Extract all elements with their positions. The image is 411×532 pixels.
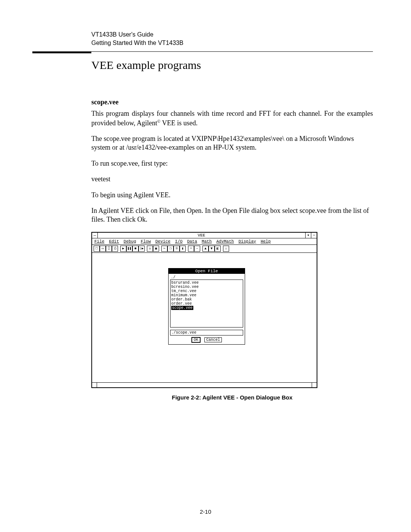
pause-icon[interactable]: ❚❚ xyxy=(126,246,132,252)
heading-rule-thin xyxy=(91,51,373,52)
step-icon[interactable]: ❘▶ xyxy=(139,246,145,252)
toolbar-icon-a[interactable]: ◇ xyxy=(147,246,153,252)
list-item[interactable]: minimum.vee xyxy=(171,293,242,297)
open-file-dialog: Open File ./ bsrurand.vee bcresino.vee t… xyxy=(168,268,245,345)
list-item[interactable]: order.vee xyxy=(171,302,242,306)
header-line1: VT1433B User's Guide xyxy=(91,30,373,39)
paste-icon[interactable]: ⎘ xyxy=(174,246,180,252)
menu-device[interactable]: Device xyxy=(155,239,170,244)
scroll-right-icon[interactable] xyxy=(312,383,317,387)
maximize-button[interactable]: ▫ xyxy=(311,233,317,238)
open-file-path: ./ xyxy=(170,275,243,280)
page-header: VT1433B User's Guide Getting Started Wit… xyxy=(91,30,373,47)
run-icon[interactable]: ▶ xyxy=(120,246,126,252)
menu-io[interactable]: I/O xyxy=(175,239,183,244)
scroll-left-icon[interactable] xyxy=(92,383,97,387)
toolbar-icon-b[interactable]: ▣ xyxy=(153,246,159,252)
paragraph-2: The scope.vee program is located at VXIP… xyxy=(91,134,373,152)
status-bar xyxy=(92,382,317,387)
zoom-in-icon[interactable]: + xyxy=(188,246,194,252)
filename-input[interactable]: ./scope.vee xyxy=(170,330,243,335)
system-menu-icon[interactable]: — xyxy=(92,233,98,238)
stop-icon[interactable]: ■ xyxy=(132,246,139,252)
toolbar-icon-e[interactable]: ▼ xyxy=(209,246,215,252)
print-icon[interactable]: ⎙ xyxy=(112,246,118,252)
minimize-button[interactable]: ▾ xyxy=(305,233,311,238)
save-icon[interactable]: ⌷ xyxy=(106,246,112,252)
client-area: Open File ./ bsrurand.vee bcresino.vee t… xyxy=(92,253,317,382)
vee-window: — VEE ▾ ▫ File Edit Debug Flow Device I/… xyxy=(91,232,317,388)
section-title: VEE example programs xyxy=(91,59,373,72)
menu-debug[interactable]: Debug xyxy=(124,239,136,244)
zoom-out-icon[interactable]: − xyxy=(194,246,200,252)
menu-bar: File Edit Debug Flow Device I/O Data Mat… xyxy=(92,238,317,245)
menu-file[interactable]: File xyxy=(94,239,104,244)
paragraph-1: This program displays four channels with… xyxy=(91,109,373,128)
copy-icon[interactable]: ❐ xyxy=(167,246,174,252)
vee-titlebar: — VEE ▾ ▫ xyxy=(92,233,317,238)
list-item[interactable]: bsrurand.vee xyxy=(171,281,242,285)
toolbar: □ ▭ ⌷ ⎙ ▶ ❚❚ ■ ❘▶ ◇ ▣ ✂ ❐ ⎘ ▮ + xyxy=(92,245,317,253)
list-item-selected[interactable]: scope.vee xyxy=(171,306,242,310)
toolbar-icon-f[interactable]: ◧ xyxy=(215,246,221,252)
menu-flow[interactable]: Flow xyxy=(141,239,151,244)
paragraph-6: In Agilent VEE click on File, then Open.… xyxy=(91,206,373,224)
toolbar-icon-d[interactable]: ▲ xyxy=(202,246,209,252)
cut-icon[interactable]: ✂ xyxy=(161,246,167,252)
list-item[interactable]: order.bak xyxy=(171,297,242,302)
subheading-scope-vee: scope.vee xyxy=(91,98,373,106)
paragraph-5: To begin using Agilent VEE. xyxy=(91,191,373,200)
open-icon[interactable]: ▭ xyxy=(100,246,106,252)
list-item[interactable]: tm_renc.vee xyxy=(171,289,242,293)
home-icon[interactable]: ⌂ xyxy=(223,246,229,252)
menu-data[interactable]: Data xyxy=(187,239,197,244)
menu-math[interactable]: Math xyxy=(202,239,212,244)
header-line2: Getting Started With the VT1433B xyxy=(91,39,373,47)
menu-help[interactable]: Help xyxy=(261,239,271,244)
figure-caption: Figure 2-2: Agilent VEE - Open Dialogue … xyxy=(91,394,373,401)
paragraph-4: veetest xyxy=(91,175,373,184)
window-title: VEE xyxy=(98,233,305,238)
paragraph-3: To run scope.vee, first type: xyxy=(91,159,373,168)
menu-advmath[interactable]: AdvMath xyxy=(216,239,234,244)
heading-rule-thick xyxy=(32,51,91,53)
page-number: 2-10 xyxy=(200,508,211,515)
open-file-title: Open File xyxy=(169,268,245,274)
toolbar-icon-c[interactable]: ▮ xyxy=(180,246,186,252)
list-item[interactable]: bcresino.vee xyxy=(171,285,242,289)
cancel-button[interactable]: Cancel xyxy=(204,337,222,342)
new-icon[interactable]: □ xyxy=(94,246,100,252)
dialog-buttons: OK Cancel xyxy=(170,337,243,343)
menu-display[interactable]: Display xyxy=(239,239,256,244)
menu-edit[interactable]: Edit xyxy=(109,239,119,244)
file-list[interactable]: bsrurand.vee bcresino.vee tm_renc.vee mi… xyxy=(170,280,243,328)
ok-button[interactable]: OK xyxy=(191,337,201,343)
